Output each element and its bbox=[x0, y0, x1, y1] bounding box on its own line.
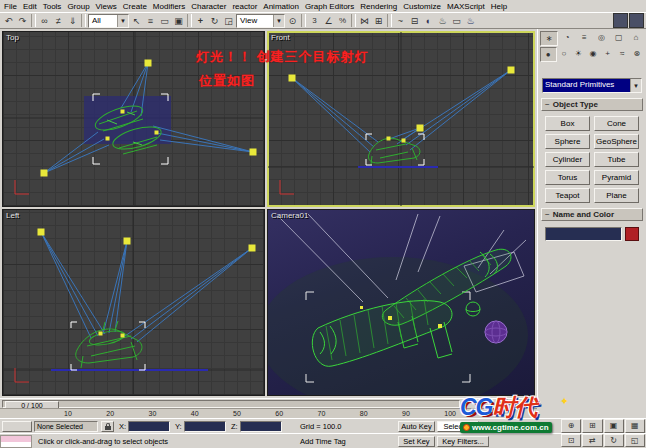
viewport-label[interactable]: Front bbox=[271, 33, 290, 42]
object-color-swatch[interactable] bbox=[625, 227, 639, 241]
viewport-left[interactable]: Left bbox=[2, 209, 265, 396]
object-type-rollout[interactable]: Object Type bbox=[541, 98, 643, 111]
menu-animation[interactable]: Animation bbox=[263, 2, 299, 11]
menu-rendering[interactable]: Rendering bbox=[360, 2, 397, 11]
viewport-camera[interactable]: Camera01 bbox=[267, 209, 535, 396]
primitive-category-dropdown[interactable]: Standard Primitives bbox=[542, 78, 642, 93]
ref-coord-dropdown[interactable]: View bbox=[236, 14, 285, 28]
maxscript-mini-listener[interactable] bbox=[0, 435, 32, 448]
snap-percent-icon[interactable] bbox=[336, 14, 349, 27]
redo-icon[interactable] bbox=[16, 14, 29, 27]
track-bar[interactable]: 10 20 30 40 50 60 70 80 90 100 bbox=[0, 408, 537, 418]
snap-angle-icon[interactable] bbox=[322, 14, 335, 27]
zoom-extents-button[interactable] bbox=[604, 419, 624, 433]
pan-button[interactable] bbox=[582, 434, 602, 448]
rotate-icon[interactable] bbox=[208, 14, 221, 27]
zoom-all-button[interactable] bbox=[582, 419, 602, 433]
viewport-layout-icon[interactable] bbox=[613, 13, 628, 28]
motion-tab-icon[interactable] bbox=[594, 31, 610, 44]
hierarchy-tab-icon[interactable] bbox=[576, 31, 592, 44]
menu-modifiers[interactable]: Modifiers bbox=[153, 2, 185, 11]
shapes-category-icon[interactable] bbox=[557, 47, 572, 60]
z-coordinate-field[interactable] bbox=[240, 421, 282, 432]
y-coordinate-field[interactable] bbox=[184, 421, 226, 432]
snap-3d-icon[interactable] bbox=[308, 14, 321, 27]
name-color-rollout[interactable]: Name and Color bbox=[541, 208, 643, 221]
scale-icon[interactable] bbox=[222, 14, 235, 27]
bind-spacewarp-icon[interactable] bbox=[66, 14, 79, 27]
3dsmax-window: File Edit Tools Group Views Create Modif… bbox=[0, 0, 646, 448]
spacewarps-category-icon[interactable] bbox=[615, 47, 630, 60]
viewport-label[interactable]: Top bbox=[6, 33, 19, 42]
link-icon[interactable] bbox=[38, 14, 51, 27]
time-slider-track[interactable]: 0 / 100 bbox=[2, 400, 460, 408]
torus-button[interactable]: Torus bbox=[545, 170, 590, 185]
viewport-label[interactable]: Left bbox=[6, 211, 19, 220]
curve-editor-icon[interactable] bbox=[394, 14, 407, 27]
auto-key-button[interactable]: Auto Key bbox=[398, 421, 435, 432]
undo-icon[interactable] bbox=[2, 14, 15, 27]
prompt-line: Click or click-and-drag to select object… bbox=[38, 437, 168, 446]
move-icon[interactable] bbox=[194, 14, 207, 27]
watermark-title: CG时代 bbox=[460, 394, 570, 420]
sphere-button[interactable]: Sphere bbox=[545, 134, 590, 149]
x-coordinate-field[interactable] bbox=[128, 421, 170, 432]
lights-category-icon[interactable] bbox=[571, 47, 586, 60]
modify-tab-icon[interactable] bbox=[559, 31, 575, 44]
select-object-icon[interactable] bbox=[130, 14, 143, 27]
viewport-layout-icon[interactable] bbox=[629, 13, 644, 28]
plane-button[interactable]: Plane bbox=[594, 188, 639, 203]
create-tab-icon[interactable] bbox=[540, 31, 558, 46]
menu-tools[interactable]: Tools bbox=[43, 2, 62, 11]
render-scene-icon[interactable] bbox=[436, 14, 449, 27]
utilities-tab-icon[interactable] bbox=[628, 31, 644, 44]
menu-views[interactable]: Views bbox=[96, 2, 117, 11]
menu-edit[interactable]: Edit bbox=[23, 2, 37, 11]
selection-filter-dropdown[interactable]: All bbox=[88, 14, 129, 28]
menu-group[interactable]: Group bbox=[67, 2, 89, 11]
z-label: Z: bbox=[231, 422, 238, 431]
selection-lock-region[interactable] bbox=[2, 421, 32, 432]
set-key-button[interactable]: Set Key bbox=[398, 436, 435, 447]
menu-character[interactable]: Character bbox=[191, 2, 226, 11]
geosphere-button[interactable]: GeoSphere bbox=[594, 134, 639, 149]
render-type-icon[interactable] bbox=[450, 14, 463, 27]
cone-button[interactable]: Cone bbox=[594, 116, 639, 131]
select-by-name-icon[interactable] bbox=[144, 14, 157, 27]
teapot-button[interactable]: Teapot bbox=[545, 188, 590, 203]
tick-label: 90 bbox=[402, 410, 410, 417]
quick-render-icon[interactable] bbox=[464, 14, 477, 27]
mirror-icon[interactable] bbox=[358, 14, 371, 27]
cylinder-button[interactable]: Cylinder bbox=[545, 152, 590, 167]
menu-customize[interactable]: Customize bbox=[403, 2, 441, 11]
tube-button[interactable]: Tube bbox=[594, 152, 639, 167]
display-tab-icon[interactable] bbox=[611, 31, 627, 44]
menu-create[interactable]: Create bbox=[123, 2, 147, 11]
schematic-view-icon[interactable] bbox=[408, 14, 421, 27]
maximize-viewport-button[interactable] bbox=[625, 434, 645, 448]
use-pivot-icon[interactable] bbox=[286, 14, 299, 27]
systems-category-icon[interactable] bbox=[629, 47, 644, 60]
menu-help[interactable]: Help bbox=[491, 2, 507, 11]
helpers-category-icon[interactable] bbox=[600, 47, 615, 60]
cameras-category-icon[interactable] bbox=[586, 47, 601, 60]
menu-graph-editors[interactable]: Graph Editors bbox=[305, 2, 354, 11]
menu-maxscript[interactable]: MAXScript bbox=[447, 2, 485, 11]
zoom-extents-all-button[interactable] bbox=[625, 419, 645, 433]
viewport-label[interactable]: Camera01 bbox=[271, 211, 308, 220]
y-label: Y: bbox=[175, 422, 182, 431]
selection-lock-toggle[interactable] bbox=[101, 421, 114, 432]
pyramid-button[interactable]: Pyramid bbox=[594, 170, 639, 185]
material-editor-icon[interactable] bbox=[422, 14, 435, 27]
arc-rotate-button[interactable] bbox=[604, 434, 624, 448]
object-name-field[interactable] bbox=[545, 227, 622, 241]
menu-file[interactable]: File bbox=[4, 2, 17, 11]
unlink-icon[interactable] bbox=[52, 14, 65, 27]
crossing-region-icon[interactable] bbox=[172, 14, 185, 27]
geometry-category-icon[interactable] bbox=[540, 47, 557, 62]
box-button[interactable]: Box bbox=[545, 116, 590, 131]
menu-reactor[interactable]: reactor bbox=[232, 2, 257, 11]
add-time-tag[interactable]: Add Time Tag bbox=[300, 437, 346, 446]
rect-region-icon[interactable] bbox=[158, 14, 171, 27]
align-icon[interactable] bbox=[372, 14, 385, 27]
